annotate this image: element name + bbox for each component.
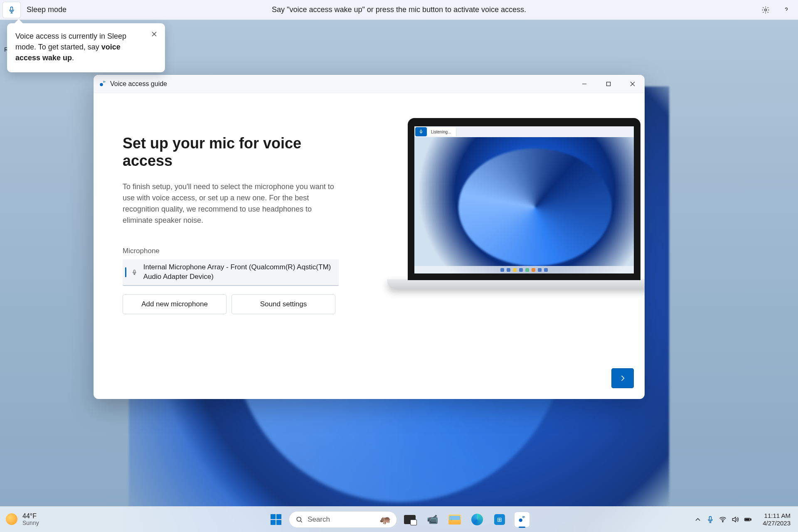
chat-icon: 📹 bbox=[426, 513, 438, 526]
sound-settings-button[interactable]: Sound settings bbox=[232, 294, 335, 314]
svg-rect-12 bbox=[745, 519, 749, 520]
svg-point-7 bbox=[519, 518, 522, 522]
voice-access-mode-label: Sleep mode bbox=[27, 5, 66, 14]
svg-rect-8 bbox=[709, 516, 712, 520]
microphone-icon bbox=[131, 268, 138, 276]
store-icon: ⊞ bbox=[494, 514, 505, 525]
microsoft-store-button[interactable]: ⊞ bbox=[490, 510, 509, 529]
svg-rect-4 bbox=[133, 270, 135, 273]
svg-point-9 bbox=[722, 521, 723, 522]
voice-access-mic-button[interactable] bbox=[2, 2, 21, 18]
microphone-icon bbox=[7, 6, 16, 14]
microphone-icon bbox=[706, 515, 714, 524]
voice-access-bar: Sleep mode Say "voice access wake up" or… bbox=[0, 0, 798, 20]
voice-access-sleep-tooltip: Voice access is currently in Sleep mode.… bbox=[7, 23, 165, 72]
taskbar: 44°F Sunny Search 🦛 📹 ⊞ bbox=[0, 506, 798, 532]
voice-access-taskbar-button[interactable] bbox=[512, 510, 532, 529]
svg-point-2 bbox=[100, 83, 103, 86]
task-view-button[interactable] bbox=[400, 510, 419, 529]
volume-icon bbox=[731, 515, 739, 524]
illustration-status-label: Listening... bbox=[428, 127, 456, 136]
microphone-field-label: Microphone bbox=[123, 247, 351, 255]
microphone-icon bbox=[419, 129, 424, 134]
svg-point-6 bbox=[297, 517, 301, 521]
selection-indicator bbox=[125, 267, 126, 277]
voice-access-icon bbox=[515, 512, 530, 527]
tooltip-close-button[interactable] bbox=[149, 29, 159, 39]
voice-access-hint: Say "voice access wake up" or press the … bbox=[272, 5, 526, 14]
edge-button[interactable] bbox=[468, 510, 487, 529]
search-highlight-icon: 🦛 bbox=[379, 514, 391, 525]
add-new-microphone-button[interactable]: Add new microphone bbox=[123, 294, 227, 314]
clock-time: 11:11 AM bbox=[763, 512, 791, 519]
voice-access-icon bbox=[99, 80, 106, 88]
weather-temperature: 44°F bbox=[22, 512, 39, 520]
windows-logo-icon bbox=[271, 514, 281, 525]
start-button[interactable] bbox=[266, 510, 286, 529]
window-close-button[interactable] bbox=[621, 75, 645, 93]
voice-access-settings-button[interactable] bbox=[758, 2, 773, 17]
folder-icon bbox=[448, 515, 461, 525]
weather-sunny-icon bbox=[6, 513, 17, 525]
edge-icon bbox=[471, 514, 483, 525]
minimize-icon bbox=[582, 81, 587, 86]
wifi-icon bbox=[719, 515, 727, 524]
svg-rect-0 bbox=[11, 7, 13, 10]
chat-button[interactable]: 📹 bbox=[423, 510, 442, 529]
guide-description: To finish setup, you'll need to select t… bbox=[123, 181, 335, 226]
svg-rect-5 bbox=[421, 130, 422, 133]
setup-illustration: Listening... bbox=[387, 118, 645, 288]
search-placeholder: Search bbox=[308, 515, 330, 524]
system-tray[interactable] bbox=[690, 513, 756, 526]
microphone-selector[interactable]: Internal Microphone Array - Front (Qualc… bbox=[123, 259, 339, 286]
microphone-device-name: Internal Microphone Array - Front (Qualc… bbox=[143, 263, 335, 282]
voice-access-help-button[interactable] bbox=[779, 2, 794, 17]
taskbar-weather-widget[interactable]: 44°F Sunny bbox=[6, 512, 39, 526]
voice-access-guide-window: Voice access guide Set up your mic for v… bbox=[94, 75, 645, 399]
task-view-icon bbox=[404, 515, 416, 524]
svg-rect-3 bbox=[607, 82, 611, 86]
battery-icon bbox=[744, 515, 752, 524]
close-icon bbox=[630, 81, 635, 86]
voice-access-app-icon bbox=[99, 80, 107, 88]
taskbar-search[interactable]: Search 🦛 bbox=[289, 511, 397, 528]
tooltip-text-suffix: . bbox=[72, 54, 74, 62]
window-title: Voice access guide bbox=[110, 80, 167, 88]
window-minimize-button[interactable] bbox=[572, 75, 596, 93]
gear-icon bbox=[761, 6, 770, 14]
taskbar-clock[interactable]: 11:11 AM 4/27/2023 bbox=[759, 510, 794, 528]
help-icon bbox=[782, 6, 791, 14]
svg-point-1 bbox=[765, 9, 767, 11]
search-icon bbox=[295, 515, 303, 524]
chevron-up-icon bbox=[694, 515, 702, 524]
weather-condition: Sunny bbox=[22, 520, 39, 526]
guide-heading: Set up your mic for voice access bbox=[123, 135, 351, 170]
svg-rect-11 bbox=[751, 519, 751, 520]
next-button[interactable] bbox=[611, 368, 634, 388]
clock-date: 4/27/2023 bbox=[763, 520, 791, 527]
file-explorer-button[interactable] bbox=[445, 510, 464, 529]
close-icon bbox=[150, 30, 158, 38]
maximize-icon bbox=[606, 81, 611, 86]
chevron-right-icon bbox=[618, 374, 627, 382]
window-titlebar[interactable]: Voice access guide bbox=[94, 75, 645, 93]
window-maximize-button[interactable] bbox=[596, 75, 621, 93]
